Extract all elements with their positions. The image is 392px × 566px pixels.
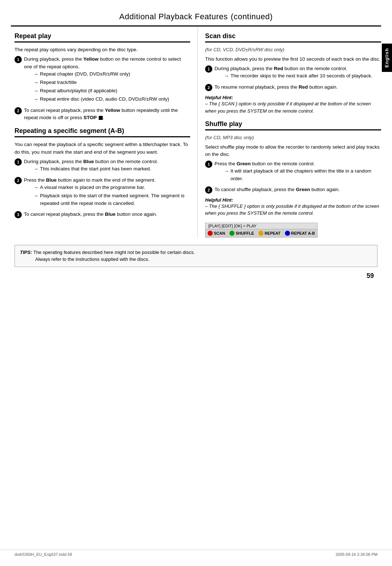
repeat-play-title: Repeat play	[15, 32, 190, 43]
step-num-2: 2	[205, 186, 212, 194]
btn-shuffle-label: SHUFFLE	[236, 231, 254, 235]
scan-step1: 1 During playback, press the Red button …	[205, 65, 381, 81]
step-num-1: 1	[15, 56, 22, 63]
step1-content: During playback, press the Red button on…	[215, 65, 372, 81]
scan-disc-intro: This function allows you to preview the …	[205, 56, 381, 63]
step-num-2: 2	[205, 84, 212, 91]
arrow-item: →This indicates that the start point has…	[33, 165, 158, 173]
step1-content: During playback, press the Blue button o…	[24, 158, 158, 174]
repeat-segment-section: Repeating a specific segment (A-B) You c…	[15, 127, 190, 218]
hint-text: – The { SHUFFLE } option is only possibl…	[205, 203, 381, 217]
step2-content: Press the Blue button again to mark the …	[24, 177, 190, 208]
footer-left: dvdr5350H_EU_Eng537.indd 59	[15, 552, 72, 557]
hint-text: – The { SCAN } option is only possible i…	[205, 100, 381, 114]
shuffle-step2: 2 To cancel shuffle playback, press the …	[205, 186, 381, 194]
arrow-item: →It will start playback of all the chapt…	[224, 167, 381, 182]
arrow-item: →The recorder skips to the next track af…	[224, 72, 372, 80]
step-num-2: 2	[15, 107, 22, 114]
tips-text2: Always refer to the instructions supplie…	[20, 256, 149, 262]
page: English Additional Playback Features (co…	[0, 0, 392, 566]
btn-repeat-ab-label: REPEAT A-B	[291, 231, 315, 235]
scan-step2: 2 To resume normal playback, press the R…	[205, 84, 381, 91]
page-header: Additional Playback Features (continued)	[11, 0, 381, 27]
shuffle-subtitle: (for CD, MP3 disc only)	[205, 134, 381, 141]
blue-dot	[285, 231, 290, 236]
button-bar-top: [PLAY] [EDIT] [OK] = PLAY	[205, 223, 317, 229]
btn-shuffle: SHUFFLE	[227, 230, 256, 236]
repeat-segment-title: Repeating a specific segment (A-B)	[15, 127, 190, 137]
segment-step1: 1 During playback, press the Blue button…	[15, 158, 190, 174]
button-bar: [PLAY] [EDIT] [OK] = PLAY SCAN SHUFFLE	[205, 223, 318, 238]
language-tab: English	[382, 44, 392, 72]
step1-content: During playback, press the Yellow button…	[24, 56, 190, 104]
yellow-dot	[258, 231, 264, 236]
btn-scan-label: SCAN	[214, 231, 225, 235]
arrow-item: →Repeat entire disc (video CD, audio CD,…	[33, 96, 190, 103]
scan-disc-section: Scan disc (for CD, VCD, DVD±R/±RW disc o…	[205, 32, 381, 114]
step-num-1: 1	[205, 65, 212, 73]
segment-step2: 2 Press the Blue button again to mark th…	[15, 177, 190, 208]
step-num-2: 2	[15, 177, 22, 184]
step1-content: Press the Green button on the remote con…	[215, 160, 381, 183]
arrow-item: →Repeat chapter (DVD, DVD±R/±RW only)	[33, 70, 190, 78]
repeat-play-section: Repeat play The repeat play options vary…	[15, 32, 190, 121]
scan-disc-title: Scan disc	[205, 32, 381, 43]
step2-content: To cancel repeat playback, press the Yel…	[24, 107, 190, 122]
shuffle-play-title: Shuffle play	[205, 120, 381, 130]
repeat-segment-intro: You can repeat the playback of a specifi…	[15, 141, 190, 156]
btn-repeat-ab: REPEAT A-B	[283, 230, 317, 236]
red-dot	[208, 231, 213, 236]
btn-repeat-label: REPEAT	[265, 231, 281, 235]
step-num-3: 3	[15, 211, 22, 218]
btn-repeat: REPEAT	[256, 230, 283, 236]
arrow-item: →A visual marker is placed on the progra…	[33, 184, 190, 191]
shuffle-play-section: Shuffle play (for CD, MP3 disc only) Sel…	[205, 120, 381, 238]
tips-text1: The operating features described here mi…	[33, 250, 195, 255]
shuffle-intro: Select shuffle play mode to allow the re…	[205, 143, 381, 158]
step-num-1: 1	[205, 161, 212, 168]
page-number: 59	[0, 272, 374, 280]
left-column: Repeat play The repeat play options vary…	[15, 27, 198, 238]
arrow-item: →Repeat track/title	[33, 79, 190, 86]
btn-scan: SCAN	[205, 230, 227, 236]
step2-content: To cancel shuffle playback, press the Gr…	[215, 186, 340, 193]
tips-box: TIPS: The operating features described h…	[15, 245, 377, 267]
hint-title: Helpful Hint:	[205, 197, 381, 203]
right-column: Scan disc (for CD, VCD, DVD±R/±RW disc o…	[198, 27, 381, 238]
step3-content: To cancel repeat playback, press the Blu…	[24, 211, 157, 218]
repeat-play-step2: 2 To cancel repeat playback, press the Y…	[15, 107, 190, 122]
page-footer: dvdr5350H_EU_Eng537.indd 59 2005-09-16 2…	[0, 550, 392, 559]
arrow-item: →Playback skips to the start of the mark…	[33, 192, 190, 207]
scan-helpful-hint: Helpful Hint: – The { SCAN } option is o…	[205, 95, 381, 114]
footer-right: 2005-09-16 2:26:58 PM	[335, 552, 377, 557]
shuffle-step1: 1 Press the Green button on the remote c…	[205, 160, 381, 183]
hint-title: Helpful Hint:	[205, 95, 381, 100]
arrow-item: →Repeat album/playlist (if applicable)	[33, 87, 190, 95]
page-title: Additional Playback Features (continued)	[33, 10, 359, 22]
segment-step3: 3 To cancel repeat playback, press the B…	[15, 211, 190, 218]
step2-content: To resume normal playback, press the Red…	[215, 84, 338, 91]
shuffle-helpful-hint: Helpful Hint: – The { SHUFFLE } option i…	[205, 197, 381, 217]
repeat-play-intro: The repeat play options vary depending o…	[15, 46, 190, 53]
green-dot	[229, 231, 234, 236]
repeat-play-step1: 1 During playback, press the Yellow butt…	[15, 56, 190, 104]
scan-disc-subtitle: (for CD, VCD, DVD±R/±RW disc only)	[205, 46, 381, 53]
tips-label: TIPS:	[20, 250, 32, 255]
button-bar-bottom: SCAN SHUFFLE REPEAT REPEAT A-B	[205, 229, 317, 237]
step-num-1: 1	[15, 158, 22, 166]
main-content: Repeat play The repeat play options vary…	[0, 27, 392, 238]
